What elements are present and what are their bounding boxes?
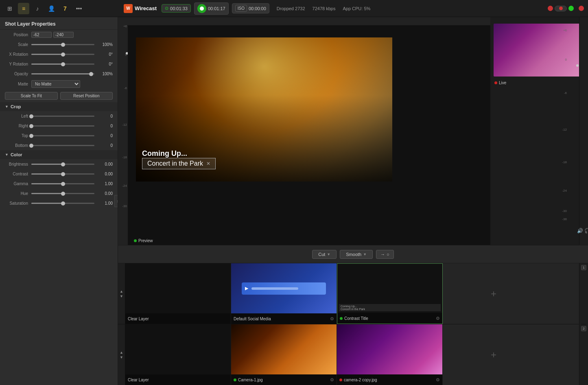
- crop-top-track: [31, 135, 94, 136]
- crop-left-thumb[interactable]: [29, 114, 33, 118]
- vu-icons: 🔊 🎧: [577, 228, 588, 234]
- layers-icon[interactable]: ⊞: [4, 3, 15, 14]
- position-y-input[interactable]: [53, 32, 74, 38]
- hue-track: [31, 193, 94, 194]
- scale-thumb[interactable]: [61, 43, 65, 47]
- matte-row: Matte No Matte Alpha Luma: [0, 79, 118, 90]
- hue-thumb[interactable]: [61, 192, 65, 196]
- scale-value: 100%: [94, 42, 113, 47]
- speaker-icon[interactable]: ♪: [32, 3, 43, 14]
- crop-bottom-thumb[interactable]: [29, 144, 33, 148]
- scale-to-fit-button[interactable]: Scale To Fit: [5, 92, 58, 100]
- crop-section-label: Crop: [11, 104, 21, 109]
- stack-icon[interactable]: ≡: [18, 3, 29, 14]
- camera2-label-inner: camera-2 copy.jpg: [339, 378, 377, 382]
- crop-top-value: 0: [94, 133, 113, 138]
- right-vu-bar: 🔊 🎧: [579, 17, 588, 245]
- iso-status[interactable]: ISO 00:00:00: [232, 3, 269, 13]
- x-rotation-slider[interactable]: [31, 51, 94, 57]
- ruler-mark-6-top: +6: [123, 24, 127, 28]
- shot-gear-social[interactable]: ⚙: [330, 316, 334, 322]
- speaker-icon[interactable]: 🔊: [577, 228, 583, 234]
- layer-badge-1: 1: [581, 265, 586, 270]
- x-rotation-row: X Rotation 0°: [0, 49, 118, 59]
- shot-gear-camera1[interactable]: ⚙: [330, 377, 334, 383]
- crop-left-slider[interactable]: [31, 113, 94, 119]
- crop-top-slider[interactable]: [31, 133, 94, 138]
- record-button[interactable]: [197, 4, 206, 13]
- preview-dot: [134, 239, 137, 242]
- layer-up-down-bottom: ▲ ▼: [118, 324, 125, 385]
- position-label: Position: [5, 33, 31, 37]
- x-rotation-thumb[interactable]: [61, 52, 65, 57]
- y-rotation-thumb[interactable]: [61, 62, 65, 66]
- ruler-mark-24: -24: [122, 184, 127, 188]
- brightness-slider[interactable]: [31, 161, 94, 167]
- crop-right-thumb[interactable]: [29, 124, 33, 128]
- crop-bottom-slider[interactable]: [31, 142, 94, 148]
- crop-right-slider[interactable]: [31, 123, 94, 129]
- wifi-status[interactable]: ⊙ 00:01:33: [162, 4, 191, 13]
- shot-camera2[interactable]: camera-2 copy.jpg ⚙: [337, 324, 443, 385]
- title-box[interactable]: Concert in the Park ✕: [142, 158, 216, 169]
- color-section-header[interactable]: ▼ Color: [0, 150, 118, 159]
- shot-clear-layer-1[interactable]: Clear Layer: [125, 263, 231, 324]
- reset-position-button[interactable]: Reset Position: [60, 92, 113, 100]
- crop-section-header[interactable]: ▼ Crop: [0, 102, 118, 111]
- opacity-thumb[interactable]: [89, 72, 93, 76]
- brightness-thumb[interactable]: [61, 162, 65, 166]
- layer-up-arrow-2[interactable]: ▲: [120, 350, 123, 354]
- brightness-fill: [31, 164, 63, 165]
- hue-slider[interactable]: [31, 190, 94, 196]
- saturation-slider[interactable]: [31, 200, 94, 206]
- layer-down-arrow-2[interactable]: ▼: [120, 355, 123, 359]
- opacity-slider[interactable]: [31, 71, 94, 77]
- live-label-text: Live: [499, 81, 506, 85]
- y-rotation-slider[interactable]: [31, 61, 94, 67]
- smooth-button[interactable]: Smooth ▼: [340, 250, 373, 259]
- layer-down-arrow[interactable]: ▼: [120, 294, 123, 298]
- shot-clear-layer-2[interactable]: Clear Layer: [125, 324, 231, 385]
- crop-top-thumb[interactable]: [29, 134, 33, 138]
- gamma-label: Gamma: [5, 182, 31, 186]
- shot-add-2[interactable]: +: [443, 324, 544, 385]
- shot-gear-contrast[interactable]: ⚙: [436, 316, 440, 321]
- transition-go-button[interactable]: → ○: [376, 250, 394, 259]
- gamma-slider[interactable]: [31, 181, 94, 186]
- x-rotation-value: 0°: [94, 52, 113, 57]
- saturation-thumb[interactable]: [61, 201, 65, 206]
- matte-select[interactable]: No Matte Alpha Luma: [31, 80, 80, 88]
- contrast-thumb[interactable]: [61, 172, 65, 176]
- shot-add-1[interactable]: +: [443, 263, 544, 324]
- collapse-panel-button[interactable]: »: [114, 195, 118, 207]
- shot-text-contrast: Contrast Title: [344, 316, 368, 321]
- layer-up-arrow[interactable]: ▲: [120, 289, 123, 293]
- record-status[interactable]: 00:01:17: [194, 2, 229, 15]
- shot-gear-camera2[interactable]: ⚙: [436, 377, 440, 383]
- gamma-thumb[interactable]: [61, 182, 65, 186]
- saturation-fill: [31, 203, 63, 204]
- badge-2-container: 2: [581, 324, 586, 385]
- right-mark-36: -36: [562, 217, 567, 221]
- shot-label-social: Default Social Media ⚙: [231, 313, 337, 324]
- cut-button[interactable]: Cut ▼: [312, 250, 337, 259]
- status-group: ⊙ 00:01:33 00:01:17 ISO 00:00:00 Dropped…: [162, 2, 548, 15]
- shot-layers: ▲ ▼ ▲ ▼ Clear Layer: [118, 263, 588, 385]
- tl-red: [559, 7, 563, 10]
- coming-up-label: Coming Up...: [142, 149, 216, 158]
- shot-social-media[interactable]: ▶ Default Social Media ⚙: [231, 263, 337, 324]
- contrast-slider[interactable]: [31, 171, 94, 177]
- more-icon[interactable]: •••: [73, 3, 85, 14]
- person-icon[interactable]: 👤: [46, 3, 57, 14]
- shot-camera1[interactable]: Camera-1.jpg ⚙: [231, 324, 337, 385]
- headphone-icon[interactable]: 🎧: [584, 228, 588, 234]
- resize-icon: ✕: [206, 161, 210, 166]
- live-label: Live: [490, 80, 588, 86]
- badge-1-container: 1: [581, 263, 586, 324]
- scale-slider[interactable]: [31, 42, 94, 47]
- position-x-input[interactable]: [31, 32, 52, 38]
- shots-main: Clear Layer ▶: [125, 263, 579, 385]
- shot-contrast-title[interactable]: Coming Up... Concert in the Park Contras…: [337, 263, 443, 324]
- crop-left-track: [31, 116, 94, 117]
- seven-icon[interactable]: 7: [59, 3, 71, 14]
